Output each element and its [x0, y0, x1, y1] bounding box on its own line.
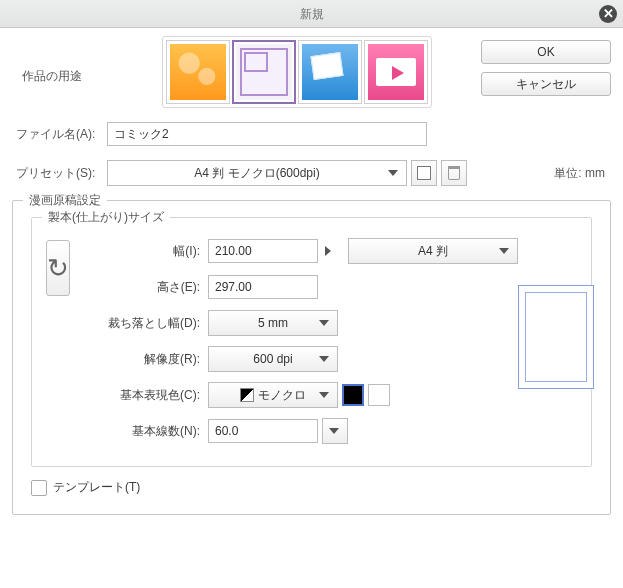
chevron-down-icon: [319, 356, 329, 362]
rotate-icon: ↻: [47, 253, 69, 284]
paper-size-value: A4 判: [418, 243, 448, 260]
height-label: 高さ(E):: [88, 279, 208, 296]
chevron-down-icon: [499, 248, 509, 254]
rotate-orientation-button[interactable]: ↻: [46, 240, 70, 296]
preset-label: プリセット(S):: [12, 165, 107, 182]
color-black-chip[interactable]: [342, 384, 364, 406]
manga-settings-group: 漫画原稿設定 製本(仕上がり)サイズ ↻ 幅(I): A4 判: [12, 200, 611, 515]
page-preview: [518, 272, 594, 402]
bleed-label: 裁ち落とし幅(D):: [88, 315, 208, 332]
color-white-chip[interactable]: [368, 384, 390, 406]
ok-button[interactable]: OK: [481, 40, 611, 64]
filename-label: ファイル名(A):: [12, 126, 107, 143]
basic-color-select[interactable]: モノクロ: [208, 382, 338, 408]
template-label: テンプレート(T): [53, 479, 140, 496]
chevron-right-icon: [325, 246, 331, 256]
preset-save-icon: [417, 166, 431, 180]
purpose-photo[interactable]: [298, 40, 362, 104]
preset-save-button[interactable]: [411, 160, 437, 186]
width-input[interactable]: [208, 239, 318, 263]
mono-icon: [240, 388, 254, 402]
paper-size-select[interactable]: A4 判: [348, 238, 518, 264]
purpose-icon-group: [162, 36, 432, 108]
unit-value: mm: [585, 166, 605, 180]
basic-color-label: 基本表現色(C):: [88, 387, 208, 404]
purpose-comic[interactable]: [232, 40, 296, 104]
height-input[interactable]: [208, 275, 318, 299]
basic-lines-label: 基本線数(N):: [88, 423, 208, 440]
basic-lines-input[interactable]: [208, 419, 318, 443]
binding-size-legend: 製本(仕上がり)サイズ: [42, 209, 170, 226]
page-preview-inner: [518, 285, 594, 389]
bleed-value: 5 mm: [258, 316, 288, 330]
trash-icon: [448, 166, 460, 180]
unit-label: 単位:: [554, 166, 581, 180]
chevron-down-icon: [319, 392, 329, 398]
purpose-illustration[interactable]: [166, 40, 230, 104]
bleed-select[interactable]: 5 mm: [208, 310, 338, 336]
close-icon[interactable]: ✕: [599, 5, 617, 23]
preset-delete-button[interactable]: [441, 160, 467, 186]
preset-select[interactable]: A4 判 モノクロ(600dpi): [107, 160, 407, 186]
resolution-value: 600 dpi: [253, 352, 292, 366]
dialog-title: 新規: [300, 7, 324, 21]
cancel-button[interactable]: キャンセル: [481, 72, 611, 96]
binding-size-group: 製本(仕上がり)サイズ ↻ 幅(I): A4 判: [31, 217, 592, 467]
resolution-label: 解像度(R):: [88, 351, 208, 368]
purpose-label: 作品の用途: [12, 36, 162, 85]
preset-value: A4 判 モノクロ(600dpi): [194, 165, 319, 182]
purpose-video[interactable]: [364, 40, 428, 104]
width-link-button[interactable]: [318, 244, 338, 259]
chevron-down-icon: [388, 170, 398, 176]
basic-lines-dropdown[interactable]: [322, 418, 348, 444]
filename-input[interactable]: [107, 122, 427, 146]
manga-settings-legend: 漫画原稿設定: [23, 192, 107, 209]
chevron-down-icon: [329, 428, 339, 434]
basic-color-value: モノクロ: [258, 387, 306, 404]
chevron-down-icon: [319, 320, 329, 326]
template-checkbox[interactable]: [31, 480, 47, 496]
width-label: 幅(I):: [88, 243, 208, 260]
resolution-select[interactable]: 600 dpi: [208, 346, 338, 372]
